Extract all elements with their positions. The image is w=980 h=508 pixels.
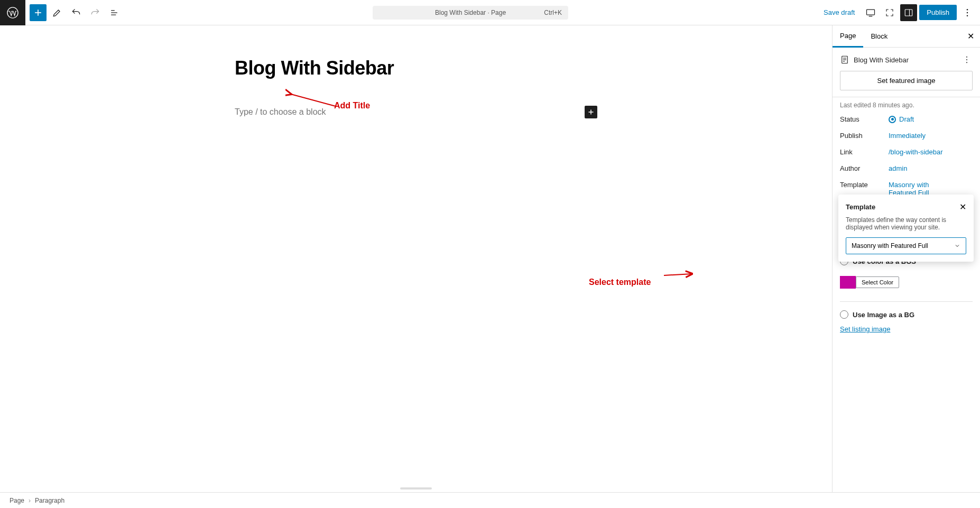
- author-value[interactable]: admin: [889, 164, 973, 172]
- document-title: Blog With Sidebar · Page: [435, 9, 506, 16]
- svg-point-11: [967, 12, 968, 13]
- add-block-inline-button[interactable]: [585, 106, 597, 118]
- svg-point-12: [967, 15, 968, 16]
- publish-label: Publish: [840, 132, 889, 140]
- chevron-down-icon: [954, 243, 960, 249]
- shortcut-label: Ctrl+K: [544, 9, 562, 16]
- set-featured-image-button[interactable]: Set featured image: [840, 71, 973, 90]
- more-menu-button[interactable]: [959, 4, 976, 21]
- select-color-button[interactable]: Select Color: [856, 276, 899, 288]
- document-bar[interactable]: Blog With Sidebar · Page Ctrl+K: [373, 6, 568, 20]
- svg-rect-6: [867, 10, 875, 15]
- page-icon: [840, 55, 849, 64]
- link-value[interactable]: /blog-with-sidebar: [889, 148, 973, 156]
- use-image-radio[interactable]: [840, 310, 848, 319]
- breadcrumb-separator: ›: [29, 497, 31, 504]
- svg-rect-8: [905, 10, 913, 16]
- view-desktop-button[interactable]: [862, 4, 879, 21]
- settings-sidebar: Page Block ✕ Blog With Sidebar Set featu…: [832, 25, 980, 492]
- annotation-select-template: Select template: [589, 278, 651, 287]
- page-name: Blog With Sidebar: [854, 56, 909, 64]
- page-actions-button[interactable]: [961, 54, 973, 66]
- divider: [840, 301, 973, 302]
- close-sidebar-button[interactable]: ✕: [964, 30, 977, 42]
- status-value[interactable]: Draft: [889, 115, 973, 123]
- use-image-option[interactable]: Use Image as a BG: [833, 305, 980, 324]
- settings-panel-button[interactable]: [900, 4, 917, 21]
- use-image-label: Use Image as a BG: [853, 311, 914, 319]
- tab-page[interactable]: Page: [833, 25, 863, 48]
- author-label: Author: [840, 164, 889, 172]
- status-draft-icon: [889, 116, 896, 123]
- add-block-button[interactable]: [30, 4, 47, 21]
- page-title-input[interactable]: [235, 57, 597, 79]
- breadcrumb-root[interactable]: Page: [10, 497, 24, 504]
- color-swatch[interactable]: [840, 276, 856, 289]
- svg-point-0: [7, 7, 18, 17]
- topbar: Blog With Sidebar · Page Ctrl+K Save dra…: [0, 0, 980, 25]
- set-listing-image-link[interactable]: Set listing image: [833, 324, 980, 340]
- popover-description: Templates define the way content is disp…: [846, 216, 966, 231]
- resize-handle[interactable]: [400, 487, 432, 489]
- publish-button[interactable]: Publish: [919, 5, 957, 20]
- wordpress-logo[interactable]: [0, 0, 25, 25]
- svg-point-23: [966, 62, 967, 63]
- svg-point-21: [966, 57, 967, 58]
- template-popover: Template ✕ Templates define the way cont…: [838, 195, 974, 262]
- save-draft-button[interactable]: Save draft: [818, 5, 860, 20]
- block-placeholder-text[interactable]: Type / to choose a block: [235, 107, 326, 117]
- svg-point-22: [966, 59, 967, 60]
- annotation-arrow: [663, 269, 695, 279]
- tab-block[interactable]: Block: [863, 25, 895, 47]
- template-select[interactable]: Masonry with Featured Full: [846, 237, 966, 254]
- document-overview-button[interactable]: [106, 4, 123, 21]
- undo-button[interactable]: [68, 4, 85, 21]
- link-label: Link: [840, 148, 889, 156]
- svg-line-16: [664, 274, 692, 275]
- svg-point-10: [967, 8, 968, 10]
- breadcrumb-current[interactable]: Paragraph: [35, 497, 64, 504]
- popover-title: Template: [846, 203, 875, 211]
- edit-tools-button[interactable]: [49, 4, 66, 21]
- last-edited-text: Last edited 8 minutes ago.: [833, 97, 980, 111]
- redo-button[interactable]: [87, 4, 104, 21]
- fullscreen-button[interactable]: [881, 4, 898, 21]
- popover-close-button[interactable]: ✕: [959, 202, 966, 212]
- editor-canvas[interactable]: Type / to choose a block Add Title Selec…: [0, 25, 832, 492]
- template-select-value: Masonry with Featured Full: [852, 242, 928, 250]
- breadcrumb: Page › Paragraph: [0, 492, 980, 508]
- publish-value[interactable]: Immediately: [889, 132, 973, 140]
- status-label: Status: [840, 115, 889, 123]
